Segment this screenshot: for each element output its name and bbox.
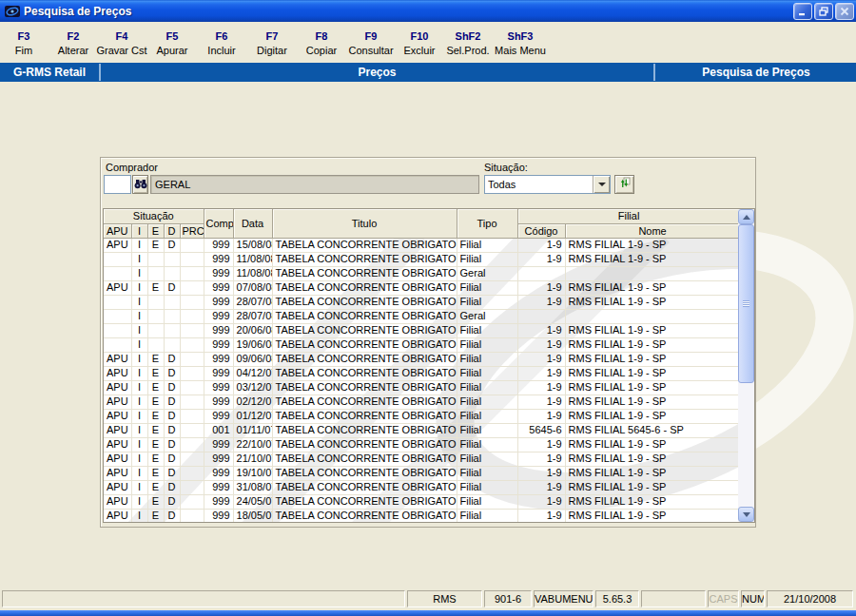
cell-nome[interactable]: RMS FILIAL 1-9 - SP [565,295,740,309]
cell-titulo[interactable]: TABELA CONCORRENTE OBRIGATORIO [272,423,457,437]
cell-apu[interactable]: APU [104,409,131,423]
cell-codigo[interactable]: 1-9 [517,466,565,480]
toolbar-item-f2[interactable]: F2Alterar [58,30,88,57]
cell-nome[interactable]: RMS FILIAL 1-9 - SP [565,238,740,252]
cell-i[interactable]: I [131,452,147,466]
cell-tipo[interactable]: Geral [457,266,517,280]
cell-codigo[interactable]: 5645-6 [517,423,565,437]
cell-tipo[interactable]: Geral [457,309,517,323]
cell-apu[interactable]: APU [104,480,131,494]
cell-codigo[interactable]: 1-9 [517,437,565,452]
cell-codigo[interactable] [517,309,565,323]
cell-comp[interactable]: 999 [204,437,233,452]
cell-titulo[interactable]: TABELA CONCORRENTE OBRIGATORIO [272,395,457,409]
cell-titulo[interactable]: TABELA CONCORRENTE OBRIGATORIO [272,252,457,266]
table-row[interactable]: APUIED00101/11/07TABELA CONCORRENTE OBRI… [104,423,740,437]
restore-icon[interactable] [814,3,833,20]
toolbar-item-f6[interactable]: F6Incluir [207,30,235,57]
cell-i[interactable]: I [131,266,147,280]
cell-comp[interactable]: 999 [204,494,233,509]
cell-nome[interactable]: RMS FILIAL 5645-6 - SP [565,423,740,437]
cell-nome[interactable]: RMS FILIAL 1-9 - SP [565,323,740,337]
cell-nome[interactable]: RMS FILIAL 1-9 - SP [565,509,740,523]
cell-d[interactable]: D [164,409,180,423]
cell-nome[interactable]: RMS FILIAL 1-9 - SP [565,366,740,380]
cell-i[interactable]: I [131,423,147,437]
table-row[interactable]: APUIED99903/12/07TABELA CONCORRENTE OBRI… [104,380,740,395]
cell-nome[interactable] [565,266,740,280]
cell-apu[interactable]: APU [104,380,131,395]
cell-comp[interactable]: 999 [204,380,233,395]
cell-data[interactable]: 15/08/08 [233,238,272,252]
toolbar-item-f10[interactable]: F10Excluir [403,30,435,57]
cell-apu[interactable] [104,266,131,280]
cell-e[interactable]: E [147,466,164,480]
cell-tipo[interactable]: Filial [457,295,517,309]
cell-prc[interactable] [180,509,204,523]
toolbar-item-f3[interactable]: F3Fim [15,30,32,57]
cell-codigo[interactable]: 1-9 [517,366,565,380]
cell-nome[interactable]: RMS FILIAL 1-9 - SP [565,280,740,295]
cell-e[interactable]: E [147,409,164,423]
cell-apu[interactable] [104,337,131,352]
cell-e[interactable]: E [147,352,164,366]
table-row[interactable]: I99911/08/08TABELA CONCORRENTE OBRIGATOR… [104,252,740,266]
cell-d[interactable]: D [164,395,180,409]
cell-data[interactable]: 19/06/08 [233,337,272,352]
table-row[interactable]: APUIED99901/12/07TABELA CONCORRENTE OBRI… [104,409,740,423]
cell-i[interactable]: I [131,395,147,409]
cell-data[interactable]: 02/12/07 [233,395,272,409]
cell-titulo[interactable]: TABELA CONCORRENTE OBRIGATORIO [272,352,457,366]
table-row[interactable]: APUIED99921/10/07TABELA CONCORRENTE OBRI… [104,452,740,466]
cell-apu[interactable]: APU [104,423,131,437]
table-row[interactable]: APUIED99919/10/07TABELA CONCORRENTE OBRI… [104,466,740,480]
cell-comp[interactable]: 999 [204,352,233,366]
cell-prc[interactable] [180,280,204,295]
cell-data[interactable]: 19/10/07 [233,466,272,480]
refresh-button[interactable] [614,175,634,194]
cell-comp[interactable]: 999 [204,337,233,352]
comprador-search-button[interactable] [132,175,148,194]
cell-d[interactable]: D [164,238,180,252]
cell-tipo[interactable]: Filial [457,437,517,452]
cell-i[interactable]: I [131,323,147,337]
cell-comp[interactable]: 999 [204,409,233,423]
cell-i[interactable]: I [131,509,147,523]
cell-d[interactable]: D [164,509,180,523]
cell-nome[interactable]: RMS FILIAL 1-9 - SP [565,380,740,395]
cell-tipo[interactable]: Filial [457,494,517,509]
cell-d[interactable]: D [164,352,180,366]
cell-d[interactable]: D [164,280,180,295]
cell-prc[interactable] [180,494,204,509]
cell-comp[interactable]: 999 [204,466,233,480]
table-row[interactable]: APUIED99902/12/07TABELA CONCORRENTE OBRI… [104,395,740,409]
cell-comp[interactable]: 001 [204,423,233,437]
cell-data[interactable]: 07/08/08 [233,280,272,295]
situacao-dropdown[interactable]: Todas [484,175,611,194]
cell-comp[interactable]: 999 [204,238,233,252]
cell-i[interactable]: I [131,280,147,295]
cell-d[interactable] [164,323,180,337]
cell-data[interactable]: 03/12/07 [233,380,272,395]
cell-titulo[interactable]: TABELA CONCORRENTE OBRIGATORIO [272,452,457,466]
cell-i[interactable]: I [131,466,147,480]
cell-i[interactable]: I [131,295,147,309]
cell-comp[interactable]: 999 [204,480,233,494]
cell-codigo[interactable]: 1-9 [517,380,565,395]
cell-nome[interactable]: RMS FILIAL 1-9 - SP [565,466,740,480]
table-row[interactable]: I99928/07/08TABELA CONCORRENTE OBRIGATOR… [104,295,740,309]
cell-titulo[interactable]: TABELA CONCORRENTE OBRIGATORIO [272,380,457,395]
cell-prc[interactable] [180,452,204,466]
cell-titulo[interactable]: TABELA CONCORRENTE OBRIGATORIO [272,466,457,480]
table-row[interactable]: APUIED99915/08/08TABELA CONCORRENTE OBRI… [104,238,740,252]
cell-data[interactable]: 18/05/07 [233,509,272,523]
cell-prc[interactable] [180,480,204,494]
cell-apu[interactable]: APU [104,366,131,380]
comprador-code-input[interactable] [104,175,131,194]
titlebar[interactable]: Pesquisa de Preços [0,0,856,22]
cell-tipo[interactable]: Filial [457,509,517,523]
cell-titulo[interactable]: TABELA CONCORRENTE OBRIGATORIO [272,323,457,337]
toolbar-item-f8[interactable]: F8Copiar [306,30,337,57]
table-row[interactable]: APUIED99924/05/07TABELA CONCORRENTE OBRI… [104,494,740,509]
cell-i[interactable]: I [131,380,147,395]
